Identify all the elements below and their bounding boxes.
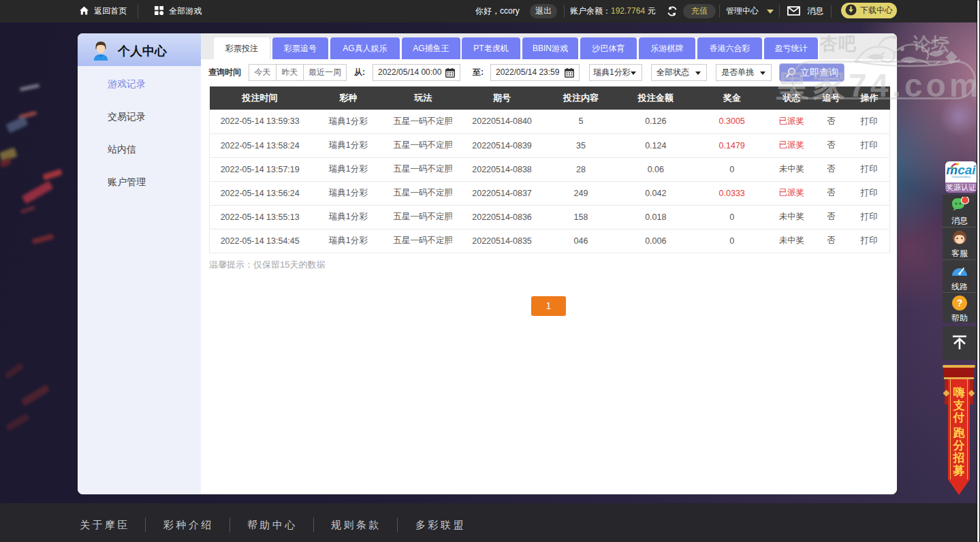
svg-text:?: ?	[957, 298, 963, 308]
